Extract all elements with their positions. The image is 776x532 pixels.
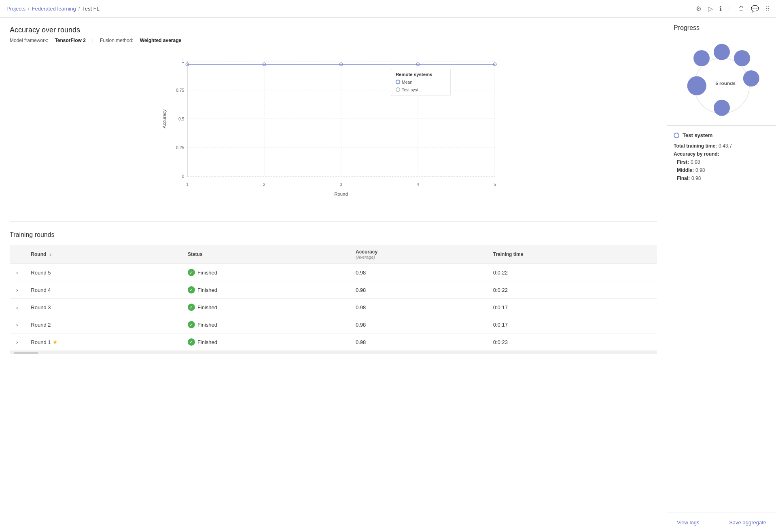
breadcrumb-sep2: / — [78, 6, 80, 12]
total-training-time-row: Total training time: 0:43:7 — [674, 143, 770, 149]
accuracy-cell: 0.98 — [349, 264, 487, 281]
breadcrumb-current: Test FL — [82, 6, 100, 12]
round-cell: Round 2 — [24, 316, 181, 334]
first-label: First: — [677, 159, 689, 165]
finished-icon — [188, 321, 195, 328]
expand-chevron[interactable]: › — [10, 299, 24, 316]
final-row: Final: 0.98 — [674, 175, 770, 181]
table-row: › Round 2 Finished 0.98 0:0:17 — [10, 316, 657, 334]
progress-section: Progress 5 rounds — [667, 18, 776, 126]
left-content: Accuracy over rounds Model framework: Te… — [0, 18, 667, 532]
svg-text:0.25: 0.25 — [176, 146, 184, 150]
round-cell: Round 1★ — [24, 334, 181, 351]
scrollbar-thumb[interactable] — [14, 352, 38, 354]
grid-icon[interactable]: ⠿ — [765, 6, 770, 12]
accuracy-chart: 1 0.75 0.5 0.25 0 1 2 3 4 5 Round Accura… — [10, 50, 657, 203]
first-value: 0.98 — [691, 159, 700, 165]
system-name: Test system — [683, 132, 712, 138]
history-icon[interactable]: ⏱ — [738, 5, 744, 13]
settings-icon[interactable]: ⚙ — [696, 5, 702, 13]
svg-text:0.5: 0.5 — [178, 117, 184, 121]
middle-value: 0.98 — [695, 167, 705, 173]
svg-text:Accuracy: Accuracy — [162, 109, 167, 128]
round-cell: Round 4 — [24, 281, 181, 299]
breadcrumb-federated[interactable]: Federated learning — [32, 6, 76, 12]
round-cell: Round 3 — [24, 299, 181, 316]
svg-text:Round: Round — [334, 192, 348, 196]
svg-text:Mean: Mean — [402, 80, 412, 84]
table-row: › Round 1★ Finished 0.98 0:0:23 — [10, 334, 657, 351]
status-badge: Finished — [188, 338, 217, 346]
svg-text:5 rounds: 5 rounds — [715, 80, 736, 86]
status-cell: Finished — [181, 334, 349, 351]
save-aggregate-button[interactable]: Save aggregate — [726, 518, 770, 527]
top-nav: Projects / Federated learning / Test FL … — [0, 0, 776, 18]
svg-text:0: 0 — [182, 174, 184, 179]
training-time-cell: 0:0:17 — [487, 316, 657, 334]
expand-col-header — [10, 245, 24, 264]
fusion-method-label: Fusion method: — [100, 38, 134, 43]
accuracy-by-round-label: Accuracy by round: — [674, 151, 719, 157]
expand-chevron[interactable]: › — [10, 316, 24, 334]
accuracy-cell: 0.98 — [349, 316, 487, 334]
sort-icon: ↓ — [49, 251, 52, 257]
progress-dot-4 — [743, 70, 759, 87]
finished-icon — [188, 286, 195, 293]
svg-text:1: 1 — [182, 59, 184, 63]
progress-svg: 5 rounds — [681, 38, 762, 119]
bottom-scrollbar[interactable] — [10, 351, 657, 354]
status-badge: Finished — [188, 321, 217, 328]
status-cell: Finished — [181, 316, 349, 334]
accuracy-cell: 0.98 — [349, 334, 487, 351]
total-training-time-value: 0:43:7 — [719, 143, 732, 149]
table-row: › Round 5 Finished 0.98 0:0:22 — [10, 264, 657, 281]
star-icon: ★ — [53, 339, 58, 345]
chat-icon[interactable]: 💬 — [751, 5, 759, 13]
circle-diagram: 5 rounds — [681, 38, 762, 119]
svg-text:Test syst...: Test syst... — [402, 88, 422, 92]
middle-row: Middle: 0.98 — [674, 167, 770, 173]
play-icon[interactable]: ▷ — [708, 5, 713, 13]
section-separator — [10, 221, 657, 222]
chart-title: Accuracy over rounds — [10, 26, 657, 34]
training-time-cell: 0:0:22 — [487, 264, 657, 281]
finished-icon — [188, 304, 195, 311]
info-icon[interactable]: ℹ — [719, 5, 722, 13]
system-info: Test system Total training time: 0:43:7 … — [667, 126, 776, 513]
expand-chevron[interactable]: › — [10, 334, 24, 351]
status-cell: Finished — [181, 299, 349, 316]
expand-chevron[interactable]: › — [10, 264, 24, 281]
branch-icon[interactable]: ⑂ — [728, 6, 731, 12]
status-col-header: Status — [181, 245, 349, 264]
svg-text:1: 1 — [186, 182, 189, 187]
system-dot-icon — [674, 133, 679, 138]
svg-text:3: 3 — [340, 182, 342, 187]
finished-icon — [188, 269, 195, 276]
training-time-cell: 0:0:22 — [487, 281, 657, 299]
svg-text:2: 2 — [263, 182, 265, 187]
training-time-cell: 0:0:23 — [487, 334, 657, 351]
expand-chevron[interactable]: › — [10, 281, 24, 299]
svg-text:Remote systems: Remote systems — [396, 72, 433, 77]
fusion-method-value: Weighted average — [140, 38, 181, 43]
action-buttons: View logs Save aggregate — [667, 513, 776, 532]
chart-area: 1 0.75 0.5 0.25 0 1 2 3 4 5 Round Accura… — [10, 50, 657, 211]
right-panel: Progress 5 rounds — [667, 18, 776, 532]
svg-text:5: 5 — [494, 182, 496, 187]
table-row: › Round 4 Finished 0.98 0:0:22 — [10, 281, 657, 299]
training-time-cell: 0:0:17 — [487, 299, 657, 316]
table-row: › Round 3 Finished 0.98 0:0:17 — [10, 299, 657, 316]
finished-icon — [188, 338, 195, 346]
status-badge: Finished — [188, 269, 217, 276]
training-time-col-header: Training time — [487, 245, 657, 264]
model-framework-value: TensorFlow 2 — [55, 38, 85, 43]
progress-dot-1 — [693, 50, 710, 66]
view-logs-button[interactable]: View logs — [674, 518, 702, 527]
progress-title: Progress — [674, 24, 770, 32]
first-row: First: 0.98 — [674, 159, 770, 165]
breadcrumb-projects[interactable]: Projects — [6, 6, 25, 12]
accuracy-by-round-row: Accuracy by round: — [674, 151, 770, 157]
round-col-header[interactable]: Round ↓ — [24, 245, 181, 264]
progress-dot-2 — [714, 44, 730, 60]
final-label: Final: — [677, 175, 690, 181]
